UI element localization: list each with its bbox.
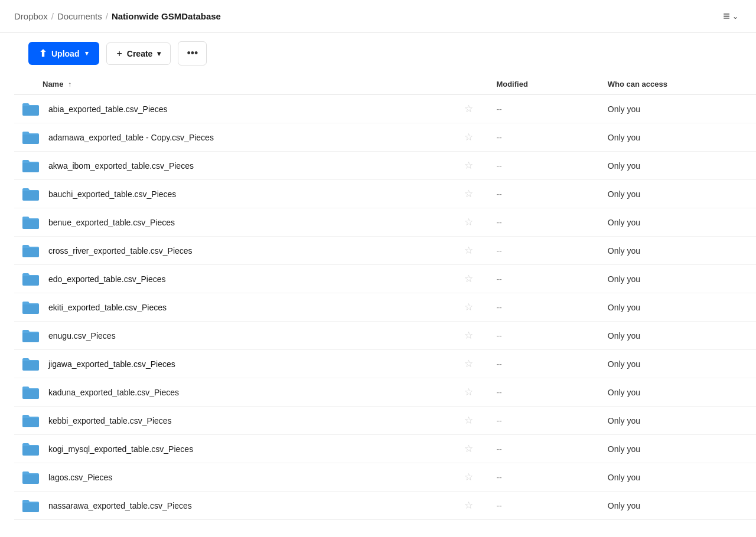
star-cell[interactable]: ☆ — [460, 180, 497, 208]
access-col-label: Who can access — [608, 80, 667, 89]
folder-icon — [21, 271, 40, 287]
modified-cell: -- — [496, 407, 607, 435]
upload-button[interactable]: ⬆ Upload ▾ — [28, 42, 99, 65]
table-row[interactable]: bauchi_exported_table.csv_Pieces☆--Only … — [14, 180, 756, 208]
access-cell: Only you — [608, 123, 756, 152]
chevron-down-icon: ⌄ — [732, 12, 738, 21]
modified-text: -- — [496, 133, 501, 142]
star-cell[interactable]: ☆ — [460, 463, 497, 492]
table-row[interactable]: cross_river_exported_table.csv_Pieces☆--… — [14, 237, 756, 265]
access-cell: Only you — [608, 180, 756, 208]
modified-text: -- — [496, 416, 501, 425]
file-name-text: ekiti_exported_table.csv_Pieces — [48, 303, 167, 312]
more-icon: ••• — [187, 47, 198, 60]
star-cell[interactable]: ☆ — [460, 237, 497, 265]
file-name-text: nassarawa_exported_table.csv_Pieces — [48, 501, 192, 510]
modified-cell: -- — [496, 435, 607, 463]
file-name-cell: abia_exported_table.csv_Pieces — [14, 95, 460, 123]
access-text: Only you — [608, 104, 640, 114]
table-row[interactable]: akwa_ibom_exported_table.csv_Pieces☆--On… — [14, 152, 756, 180]
table-row[interactable]: adamawa_exported_table - Copy.csv_Pieces… — [14, 123, 756, 152]
access-cell: Only you — [608, 293, 756, 322]
star-icon[interactable]: ☆ — [460, 356, 478, 372]
breadcrumb-sep2: / — [106, 11, 108, 21]
star-icon[interactable]: ☆ — [460, 243, 478, 258]
table-row[interactable]: kaduna_exported_table.csv_Pieces☆--Only … — [14, 378, 756, 407]
star-cell[interactable]: ☆ — [460, 95, 497, 123]
modified-text: -- — [496, 444, 501, 454]
star-icon[interactable]: ☆ — [460, 497, 478, 513]
file-table: Name ↑ Modified Who can access abia_expo… — [14, 74, 756, 520]
star-icon[interactable]: ☆ — [460, 271, 478, 287]
star-icon[interactable]: ☆ — [460, 412, 478, 428]
star-icon[interactable]: ☆ — [460, 441, 478, 457]
table-row[interactable]: abia_exported_table.csv_Pieces☆--Only yo… — [14, 95, 756, 123]
column-name-header[interactable]: Name ↑ — [14, 74, 460, 95]
file-name-text: lagos.csv_Pieces — [48, 473, 112, 482]
table-row[interactable]: lagos.csv_Pieces☆--Only you — [14, 463, 756, 492]
modified-cell: -- — [496, 293, 607, 322]
star-icon[interactable]: ☆ — [460, 186, 478, 202]
file-name-cell: bauchi_exported_table.csv_Pieces — [14, 180, 460, 208]
star-cell[interactable]: ☆ — [460, 492, 497, 520]
file-name-text: jigawa_exported_table.csv_Pieces — [48, 359, 175, 369]
modified-text: -- — [496, 359, 501, 369]
more-options-button[interactable]: ••• — [178, 41, 207, 66]
star-cell[interactable]: ☆ — [460, 322, 497, 350]
access-text: Only you — [608, 303, 640, 312]
create-button[interactable]: + Create ▾ — [106, 42, 171, 65]
table-row[interactable]: kebbi_exported_table.csv_Pieces☆--Only y… — [14, 407, 756, 435]
table-row[interactable]: edo_exported_table.csv_Pieces☆--Only you — [14, 265, 756, 293]
breadcrumb-documents[interactable]: Documents — [57, 11, 102, 21]
star-icon[interactable]: ☆ — [460, 469, 478, 485]
star-cell[interactable]: ☆ — [460, 265, 497, 293]
modified-text: -- — [496, 218, 501, 227]
star-cell[interactable]: ☆ — [460, 378, 497, 407]
table-row[interactable]: ekiti_exported_table.csv_Pieces☆--Only y… — [14, 293, 756, 322]
modified-cell: -- — [496, 123, 607, 152]
topbar: Dropbox / Documents / Nationwide GSMData… — [0, 0, 756, 33]
table-row[interactable]: benue_exported_table.csv_Pieces☆--Only y… — [14, 208, 756, 237]
star-icon[interactable]: ☆ — [460, 158, 478, 173]
table-row[interactable]: nassarawa_exported_table.csv_Pieces☆--On… — [14, 492, 756, 520]
star-icon[interactable]: ☆ — [460, 328, 478, 343]
table-row[interactable]: enugu.csv_Pieces☆--Only you — [14, 322, 756, 350]
file-name-cell: lagos.csv_Pieces — [14, 463, 460, 492]
star-icon[interactable]: ☆ — [460, 101, 478, 117]
file-name-text: edo_exported_table.csv_Pieces — [48, 274, 165, 284]
sort-arrow-icon: ↑ — [68, 80, 71, 89]
modified-cell: -- — [496, 463, 607, 492]
star-cell[interactable]: ☆ — [460, 123, 497, 152]
breadcrumb-sep1: / — [51, 11, 54, 21]
access-cell: Only you — [608, 322, 756, 350]
file-name-cell: kaduna_exported_table.csv_Pieces — [14, 378, 460, 407]
star-icon[interactable]: ☆ — [460, 214, 478, 230]
file-name-text: bauchi_exported_table.csv_Pieces — [48, 189, 176, 199]
star-cell[interactable]: ☆ — [460, 435, 497, 463]
star-cell[interactable]: ☆ — [460, 152, 497, 180]
star-cell[interactable]: ☆ — [460, 293, 497, 322]
file-name-text: kebbi_exported_table.csv_Pieces — [48, 416, 172, 425]
view-toggle-button[interactable]: ≡ ⌄ — [719, 7, 742, 25]
breadcrumb-dropbox[interactable]: Dropbox — [14, 11, 48, 21]
star-icon[interactable]: ☆ — [460, 129, 478, 145]
file-name-wrapper: enugu.csv_Pieces — [21, 328, 452, 343]
access-text: Only you — [608, 274, 640, 284]
table-row[interactable]: jigawa_exported_table.csv_Pieces☆--Only … — [14, 350, 756, 378]
create-label: Create — [127, 49, 153, 58]
modified-text: -- — [496, 189, 501, 199]
modified-text: -- — [496, 104, 501, 114]
folder-icon — [21, 385, 40, 400]
star-cell[interactable]: ☆ — [460, 208, 497, 237]
access-text: Only you — [608, 246, 640, 256]
star-cell[interactable]: ☆ — [460, 407, 497, 435]
star-cell[interactable]: ☆ — [460, 350, 497, 378]
star-icon[interactable]: ☆ — [460, 384, 478, 400]
access-text: Only you — [608, 133, 640, 142]
access-text: Only you — [608, 444, 640, 454]
star-icon[interactable]: ☆ — [460, 299, 478, 315]
file-name-cell: jigawa_exported_table.csv_Pieces — [14, 350, 460, 378]
file-name-cell: kebbi_exported_table.csv_Pieces — [14, 407, 460, 435]
table-row[interactable]: kogi_mysql_exported_table.csv_Pieces☆--O… — [14, 435, 756, 463]
access-text: Only you — [608, 359, 640, 369]
